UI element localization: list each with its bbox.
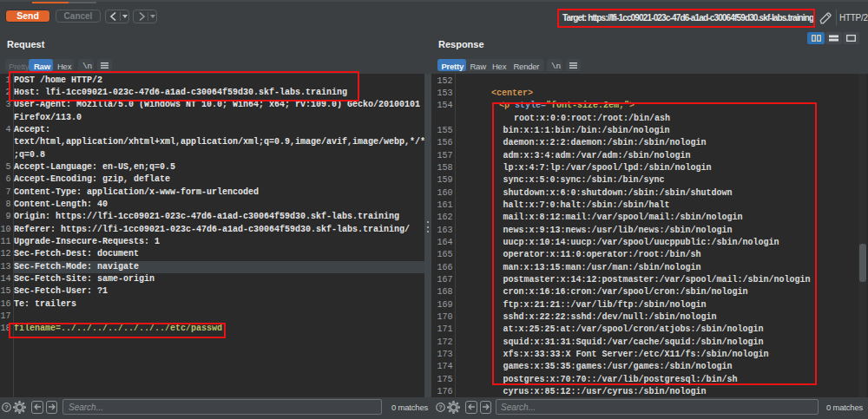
svg-text:?: ? [4, 403, 9, 411]
svg-text:?: ? [438, 403, 443, 411]
